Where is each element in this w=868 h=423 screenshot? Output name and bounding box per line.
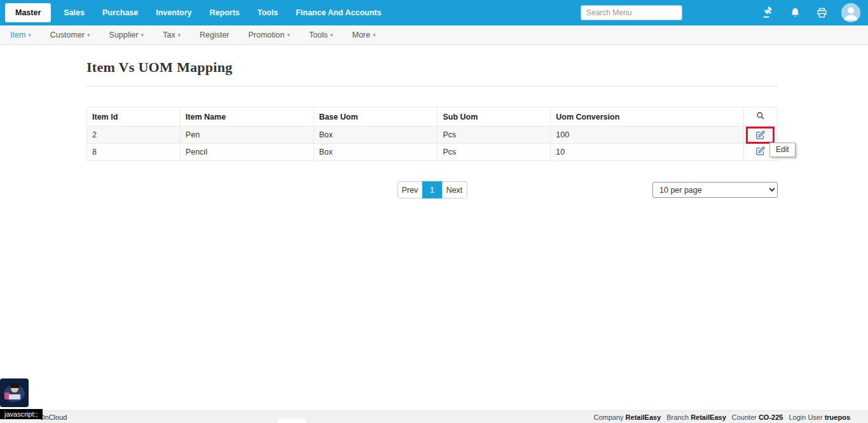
subnav-item-promotion[interactable]: Promotion ▾ xyxy=(249,31,291,39)
pagination: Prev 1 Next xyxy=(397,181,467,198)
subnav-item-item[interactable]: Item ▾ xyxy=(10,31,31,39)
cartoon-person-hair xyxy=(10,383,19,388)
subnav-label: Register xyxy=(200,31,230,39)
cell-item-id: 2 xyxy=(87,127,181,144)
next-page-button[interactable]: Next xyxy=(442,181,467,198)
status-bar: OnCloud CompanyRetailEasy BranchRetailEa… xyxy=(0,410,868,423)
pagination-row: Prev 1 Next 10 per page xyxy=(86,181,778,198)
subnav-item-customer[interactable]: Customer ▾ xyxy=(50,31,90,39)
page-title: Item Vs UOM Mapping xyxy=(86,59,778,76)
cell-item-name: Pencil xyxy=(180,144,313,161)
counter-value: CO-225 xyxy=(759,413,783,421)
main-content: Item Vs UOM Mapping Item Id Item Name Ba… xyxy=(86,59,778,198)
caret-down-icon: ▾ xyxy=(28,32,31,38)
subnav-item-more[interactable]: More ▾ xyxy=(352,31,376,39)
cell-uom-conversion: 10 xyxy=(551,144,744,161)
menu-finance-and-accounts[interactable]: Finance And Accounts xyxy=(291,4,387,21)
edit-button[interactable] xyxy=(755,130,765,140)
menu-sales[interactable]: Sales xyxy=(59,4,90,21)
subnav-item-tax[interactable]: Tax ▾ xyxy=(163,31,181,39)
col-header-item-name: Item Name xyxy=(180,107,313,127)
caret-down-icon: ▾ xyxy=(330,32,333,38)
login-user-value: truepos xyxy=(825,413,850,421)
user-avatar[interactable] xyxy=(841,3,860,22)
subnav-item-register[interactable]: Register xyxy=(200,31,230,39)
title-divider xyxy=(86,86,778,87)
highlight-box xyxy=(746,127,775,144)
col-header-sub-uom: Sub Uom xyxy=(437,107,551,127)
subnav-label: Customer xyxy=(50,31,85,39)
menu-master[interactable]: Master xyxy=(5,3,51,22)
edit-tooltip: Edit xyxy=(769,142,796,157)
taskbar-notch xyxy=(278,419,306,423)
menu-purchase[interactable]: Purchase xyxy=(97,4,143,21)
counter-label: Counter xyxy=(732,413,757,421)
oncloud-label: OnCloud xyxy=(39,413,67,421)
notification-bell-icon[interactable] xyxy=(788,6,802,20)
cell-uom-conversion: 100 xyxy=(551,127,744,144)
table-header-row: Item Id Item Name Base Uom Sub Uom Uom C… xyxy=(87,107,778,127)
subnav-label: Tools xyxy=(309,31,327,39)
prev-page-button[interactable]: Prev xyxy=(397,181,423,198)
branch-label: Branch xyxy=(666,413,689,421)
uom-mapping-table: Item Id Item Name Base Uom Sub Uom Uom C… xyxy=(86,107,778,161)
subnav-label: Tax xyxy=(163,31,175,39)
cell-sub-uom: Pcs xyxy=(437,127,551,144)
caret-down-icon: ▾ xyxy=(87,32,90,38)
col-header-base-uom: Base Uom xyxy=(313,107,437,127)
session-info: CompanyRetailEasy BranchRetailEasy Count… xyxy=(594,413,850,421)
table-row[interactable]: 8 Pencil Box Pcs 10 xyxy=(87,144,778,161)
subnav-item-tools[interactable]: Tools ▾ xyxy=(309,31,333,39)
branch-value: RetailEasy xyxy=(691,413,726,421)
page-1-button[interactable]: 1 xyxy=(422,181,443,198)
subnav-label: Item xyxy=(10,31,25,39)
menu-reports[interactable]: Reports xyxy=(205,4,245,21)
col-header-item-id: Item Id xyxy=(87,107,181,127)
auction-gavel-icon[interactable] xyxy=(761,6,775,20)
module-sub-menu: Item ▾ Customer ▾ Supplier ▾ Tax ▾ Regis… xyxy=(0,25,868,45)
company-value: RetailEasy xyxy=(626,413,661,421)
link-status-tooltip: javascript:; xyxy=(0,409,43,419)
caret-down-icon: ▾ xyxy=(141,32,144,38)
cell-item-name: Pen xyxy=(180,127,313,144)
subnav-item-supplier[interactable]: Supplier ▾ xyxy=(109,31,144,39)
cell-sub-uom: Pcs xyxy=(437,144,551,161)
subnav-label: Promotion xyxy=(249,31,285,39)
cartoon-laptop xyxy=(9,394,20,399)
subnav-label: More xyxy=(352,31,370,39)
caret-down-icon: ▾ xyxy=(373,32,376,38)
search-menu-input[interactable] xyxy=(581,5,682,20)
login-user-label: Login User xyxy=(789,413,822,421)
col-header-uom-conversion: Uom Conversion xyxy=(551,107,744,127)
table-search-icon[interactable] xyxy=(743,107,777,127)
printer-icon[interactable] xyxy=(815,6,829,20)
edit-button[interactable] xyxy=(755,146,765,156)
caret-down-icon: ▾ xyxy=(287,32,290,38)
main-menu: Master Sales Purchase Inventory Reports … xyxy=(5,3,387,22)
cell-base-uom: Box xyxy=(313,127,437,144)
table-row[interactable]: 2 Pen Box Pcs 100 Edit xyxy=(87,127,778,144)
menu-tools[interactable]: Tools xyxy=(252,4,283,21)
per-page-select[interactable]: 10 per page xyxy=(652,182,778,198)
subnav-label: Supplier xyxy=(109,31,139,39)
company-label: Company xyxy=(594,413,624,421)
action-cell: Edit xyxy=(743,127,777,144)
menu-inventory[interactable]: Inventory xyxy=(151,4,196,21)
caret-down-icon: ▾ xyxy=(177,32,181,38)
cell-item-id: 8 xyxy=(87,144,181,161)
support-chat-thumbnail[interactable] xyxy=(0,378,29,407)
top-bar: Master Sales Purchase Inventory Reports … xyxy=(0,0,868,25)
top-bar-right xyxy=(581,3,860,22)
cell-base-uom: Box xyxy=(313,144,437,161)
